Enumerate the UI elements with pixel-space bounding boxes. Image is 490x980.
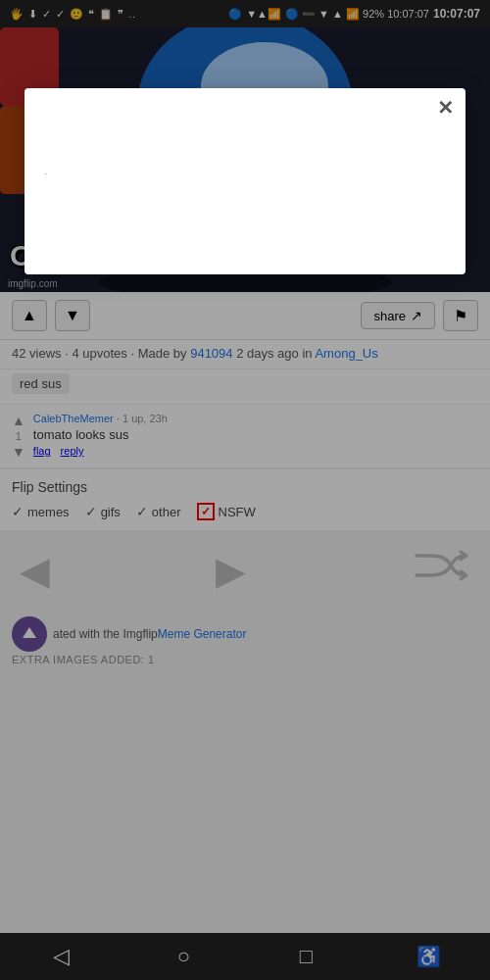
modal-box: ✕ · xyxy=(24,88,466,274)
modal-overlay[interactable]: ✕ · xyxy=(0,0,490,980)
modal-content: · xyxy=(24,147,466,200)
modal-dot: · xyxy=(44,167,47,180)
modal-close-button[interactable]: ✕ xyxy=(437,96,454,120)
